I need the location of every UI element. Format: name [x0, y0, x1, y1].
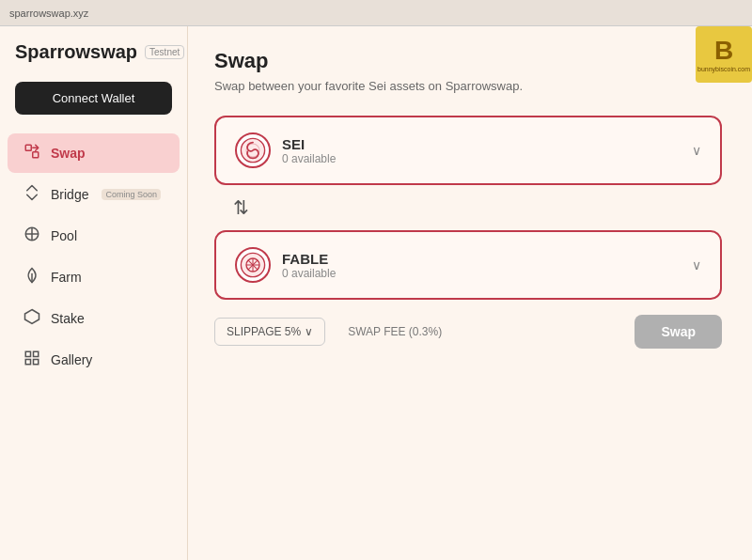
sidebar-item-bridge[interactable]: Bridge Coming Soon: [8, 175, 180, 214]
browser-bar: sparrowswap.xyz: [0, 0, 752, 26]
token-from-available: 0 available: [282, 152, 336, 165]
farm-nav-label: Farm: [51, 270, 82, 285]
svg-rect-0: [25, 145, 31, 150]
token-from-info: SEI 0 available: [282, 136, 336, 165]
main-content: Swap Swap between your favorite Sei asse…: [188, 26, 752, 560]
testnet-badge: Testnet: [145, 45, 184, 59]
sidebar-nav: Swap Bridge Coming Soon: [0, 133, 187, 380]
sidebar-item-swap[interactable]: Swap: [8, 133, 180, 173]
token-to-left: FABLE 0 available: [235, 247, 336, 283]
pool-nav-icon: [23, 226, 41, 246]
fable-token-icon: [235, 247, 271, 283]
browser-url: sparrowswap.xyz: [9, 8, 88, 19]
swap-direction-row: ⇅: [214, 196, 726, 219]
page-subtitle: Swap between your favorite Sei assets on…: [214, 79, 726, 93]
sidebar-brand: Sparrowswap Testnet: [0, 41, 187, 82]
page-title: Swap: [214, 49, 726, 73]
coming-soon-badge: Coming Soon: [102, 189, 161, 200]
sidebar: Sparrowswap Testnet Connect Wallet Swap: [0, 26, 188, 560]
token-to-info: FABLE 0 available: [282, 251, 336, 280]
chevron-down-icon-2: ∨: [692, 257, 701, 272]
svg-rect-5: [34, 351, 39, 356]
stake-nav-label: Stake: [51, 311, 85, 326]
sidebar-item-stake[interactable]: Stake: [8, 299, 180, 338]
gallery-nav-label: Gallery: [51, 352, 92, 367]
svg-rect-6: [25, 360, 30, 365]
logo-url: bunnybiscoin.com: [697, 66, 750, 72]
token-to-name: FABLE: [282, 251, 336, 267]
token-from-left: SEI 0 available: [235, 132, 336, 168]
sidebar-item-pool[interactable]: Pool: [8, 216, 180, 256]
app-container: Sparrowswap Testnet Connect Wallet Swap: [0, 26, 752, 560]
slippage-label: SLIPPAGE 5%: [227, 325, 301, 338]
token-to-box[interactable]: FABLE 0 available ∨: [214, 230, 722, 300]
swap-fee-label: SWAP FEE (0.3%): [337, 319, 453, 345]
bridge-nav-label: Bridge: [51, 187, 88, 202]
logo-letter: B: [714, 38, 733, 64]
pool-nav-label: Pool: [51, 228, 77, 243]
chevron-down-icon: ∨: [692, 143, 701, 158]
brand-name: Sparrowswap: [15, 41, 137, 63]
gallery-nav-icon: [23, 350, 41, 370]
sei-token-icon: [235, 132, 271, 168]
sidebar-item-gallery[interactable]: Gallery: [8, 340, 180, 380]
brand-logo: B bunnybiscoin.com: [696, 26, 752, 83]
bridge-nav-icon: [23, 184, 41, 205]
token-from-name: SEI: [282, 136, 336, 152]
swap-bottom-row: SLIPPAGE 5% ∨ SWAP FEE (0.3%) Swap: [214, 315, 722, 349]
slippage-chevron-icon: ∨: [305, 325, 313, 338]
token-to-available: 0 available: [282, 267, 336, 280]
sidebar-item-farm[interactable]: Farm: [8, 257, 180, 297]
swap-nav-label: Swap: [51, 146, 86, 161]
farm-nav-icon: [23, 267, 41, 288]
svg-rect-4: [25, 351, 30, 356]
swap-nav-icon: [23, 143, 41, 163]
slippage-button[interactable]: SLIPPAGE 5% ∨: [214, 318, 325, 346]
main-wrapper: Swap Swap between your favorite Sei asse…: [188, 26, 752, 560]
swap-button[interactable]: Swap: [634, 315, 722, 349]
token-from-right: ∨: [692, 143, 701, 158]
svg-marker-3: [25, 310, 39, 324]
svg-rect-1: [33, 152, 39, 158]
token-from-box[interactable]: SEI 0 available ∨: [214, 116, 722, 185]
stake-nav-icon: [23, 308, 41, 329]
connect-wallet-button[interactable]: Connect Wallet: [15, 82, 172, 115]
svg-rect-7: [34, 360, 39, 365]
swap-direction-icon[interactable]: ⇅: [233, 196, 249, 219]
token-to-right: ∨: [692, 257, 701, 272]
